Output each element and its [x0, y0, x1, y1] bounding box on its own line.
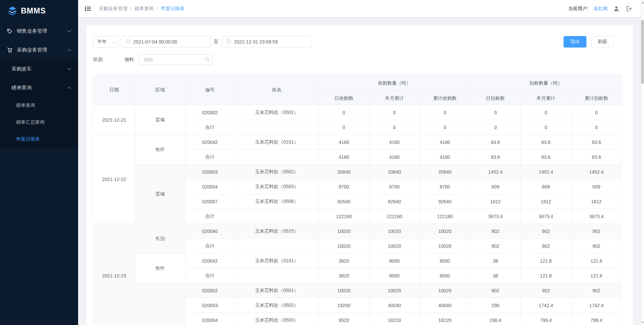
action-buttons: 导出 刷新 [564, 36, 614, 48]
table-cell: 长治 [135, 224, 185, 254]
user-icon[interactable] [613, 5, 620, 12]
main-area: 采购业务管理 / 磅单查询 / 年度日报表 当前用户: 吴红斌 [78, 0, 644, 325]
table-row: 晋城020003玉米芯料款（0502）2084020840208401452.4… [93, 165, 622, 179]
table-cell: 902 [521, 283, 571, 298]
col-header-month-total-deduct: 本月累计 [521, 92, 571, 105]
table-cell: 玉米芯料款（0502） [235, 298, 319, 313]
breadcrumb-separator: / [130, 6, 132, 11]
table-cell: 902 [571, 283, 622, 298]
table-cell: 902 [571, 224, 622, 239]
col-header-daily-purchase: 日收购数 [319, 92, 369, 105]
table-cell: 0 [420, 105, 470, 120]
table-cell: 10020 [319, 239, 369, 254]
sidebar-item-weighbill[interactable]: 磅单查询 [0, 78, 78, 97]
user-name-link[interactable]: 吴红斌 [594, 6, 608, 12]
start-date-input[interactable] [121, 36, 210, 48]
sidebar-item-purchase[interactable]: 采购业务管理 [0, 40, 78, 59]
table-cell: 0 [369, 105, 420, 120]
export-button[interactable]: 导出 [564, 36, 586, 48]
start-date-value[interactable] [133, 39, 206, 45]
date-range-separator: 至 [214, 39, 218, 45]
content: 半年 至 [78, 17, 644, 325]
table-cell: 3820 [319, 254, 369, 268]
table-cell: 020002 [185, 105, 235, 120]
table-cell: 1742.4 [571, 298, 622, 313]
material-search-box [139, 54, 213, 65]
sidebar-item-dispatch[interactable]: 采购派车 [0, 59, 78, 78]
table-cell: 合计 [185, 268, 235, 283]
report-card: 半年 至 [86, 25, 633, 325]
table-cell: 83.6 [470, 135, 521, 150]
purchase-submenu: 采购派车 磅单查询 磅单查询 磅单汇总查询 年度日报表 [0, 59, 78, 148]
scrollbar-up-arrow[interactable] [642, 2, 644, 3]
scrollbar-thumb[interactable] [641, 20, 644, 84]
table-cell: 121.6 [571, 268, 622, 283]
table-cell: 10020 [369, 224, 420, 239]
user-area: 当前用户: 吴红斌 [568, 5, 633, 12]
vertical-scrollbar[interactable] [641, 0, 644, 325]
table-cell: 4180 [420, 150, 470, 165]
breadcrumb-item[interactable]: 磅单查询 [135, 6, 154, 12]
table-cell: 122180 [420, 209, 470, 224]
sidebar-menu: 销售业务管理 采购业务管理 采购派车 磅 [0, 22, 78, 148]
table-cell: 799.4 [521, 313, 571, 325]
table-cell: 0 [369, 120, 420, 135]
breadcrumb-item[interactable]: 采购业务管理 [99, 6, 127, 12]
table-cell: 玉米芯料款（0501） [235, 283, 319, 298]
col-header-date: 日期 [93, 75, 135, 105]
sidebar-item-label: 采购业务管理 [17, 47, 47, 53]
end-date-input[interactable] [222, 36, 311, 48]
col-header-month-total-purchase: 本月累计 [369, 92, 420, 105]
table-cell: 玉米芯料款（0506） [235, 194, 319, 209]
logout-icon[interactable] [625, 5, 633, 12]
sidebar-item-weighbill-query[interactable]: 磅单查询 [0, 97, 78, 114]
table-cell: 0 [319, 105, 369, 120]
table-cell: 83.6 [521, 135, 571, 150]
table-cell: 20840 [420, 165, 470, 179]
table-cell: 合计 [185, 150, 235, 165]
table-cell: 10020 [369, 239, 420, 254]
sidebar-item-sales[interactable]: 销售业务管理 [0, 22, 78, 40]
table-cell: 4180 [369, 150, 420, 165]
material-search-input[interactable] [144, 57, 205, 62]
table-cell: 焦作 [135, 254, 185, 283]
refresh-button[interactable]: 刷新 [591, 36, 614, 48]
table-cell: 92640 [319, 194, 369, 209]
col-header-cumulative-deduct: 累计扣称数 [571, 92, 622, 105]
sidebar-item-weighbill-summary[interactable]: 磅单汇总查询 [0, 114, 78, 131]
search-icon [205, 57, 210, 63]
table-cell: 121.6 [521, 268, 571, 283]
table-cell: 83.6 [571, 135, 622, 150]
table-cell: 020003 [185, 165, 235, 179]
table-cell: 3873.4 [521, 209, 571, 224]
current-user-label: 当前用户: [568, 6, 588, 12]
logo: BMMS [0, 0, 78, 22]
table-cell: 10020 [319, 283, 369, 298]
table-cell: 玉米芯料款（0101） [235, 135, 319, 150]
table-cell: 902 [571, 239, 622, 254]
menu-fold-icon[interactable] [83, 4, 92, 13]
table-cell: 10020 [420, 224, 470, 239]
table-cell: 20840 [319, 165, 369, 179]
table-cell: 19200 [319, 298, 369, 313]
sidebar-item-annual-report[interactable]: 年度日报表 [0, 131, 78, 148]
breadcrumb-separator: / [157, 6, 158, 11]
table-cell: 3820 [319, 268, 369, 283]
table-cell: 18220 [420, 313, 470, 325]
table-cell: 1452.4 [470, 165, 521, 179]
table-cell: 4180 [420, 135, 470, 150]
sidebar: BMMS 销售业务管理 采购业务管理 [0, 0, 78, 325]
table-cell: 0 [521, 120, 571, 135]
table-row: 020002玉米芯料款（0501）10020100201002090290290… [93, 283, 622, 298]
report-table-body: 2021-12-21晋城020002玉米芯料款（0501）000000合计000… [93, 105, 622, 325]
scrollbar-down-arrow[interactable] [642, 322, 644, 323]
table-row: 2021-12-23长治020040玉米芯料款（0515）10020100201… [93, 224, 622, 239]
table-cell: 38 [470, 268, 521, 283]
end-date-value[interactable] [234, 39, 307, 45]
chevron-down-icon [112, 39, 115, 43]
table-cell: 0 [571, 120, 622, 135]
period-select[interactable]: 半年 [93, 36, 118, 48]
table-cell: 8000 [420, 254, 470, 268]
table-cell: 10020 [319, 224, 369, 239]
table-cell: 2021-12-23 [93, 224, 135, 325]
